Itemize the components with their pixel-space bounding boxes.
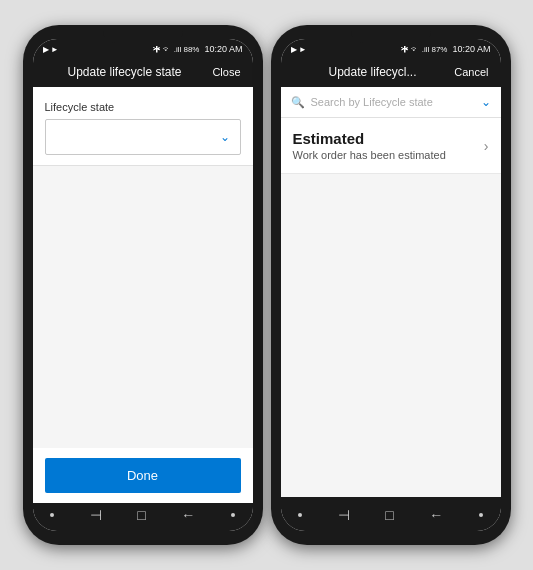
lifecycle-field-label: Lifecycle state — [45, 101, 241, 113]
status-time-left: 10:20 AM — [204, 44, 242, 54]
content-area-left: Lifecycle state ⌄ — [33, 87, 253, 497]
right-phone-screen: ▶ ► ✱ ᯤ .ill 87% 10:20 AM Update lifecyc… — [281, 39, 501, 531]
nav-back-left[interactable]: ← — [181, 507, 195, 523]
cancel-button-right[interactable]: Cancel — [453, 66, 489, 78]
status-right-info: ✱ ᯤ .ill 88% 10:20 AM — [153, 44, 242, 54]
phone-notch-right — [351, 25, 431, 43]
nav-dot-left-right — [298, 513, 302, 517]
content-filler-right — [281, 174, 501, 497]
header-title-right: Update lifecycl... — [293, 65, 453, 79]
status-left-icons-right: ▶ ► — [291, 45, 307, 54]
status-icons-right-right: ✱ ᯤ .ill 87% — [401, 45, 447, 54]
nav-recent-left[interactable]: ⊣ — [90, 507, 102, 523]
lifecycle-dropdown[interactable]: ⌄ — [45, 119, 241, 155]
phone-notch-left — [103, 25, 183, 43]
status-time-right: 10:20 AM — [452, 44, 490, 54]
header-title-left: Update lifecycle state — [45, 65, 205, 79]
done-button[interactable]: Done — [45, 458, 241, 493]
nav-dot-right-right — [479, 513, 483, 517]
nav-recent-right[interactable]: ⊣ — [338, 507, 350, 523]
app-header-left: Update lifecycle state Close — [33, 57, 253, 87]
lifecycle-estimated-item[interactable]: Estimated Work order has been estimated … — [281, 118, 501, 174]
nav-home-right[interactable]: □ — [385, 507, 393, 523]
form-area: Lifecycle state ⌄ — [33, 87, 253, 166]
dropdown-chevron-icon: ⌄ — [220, 130, 230, 144]
nav-back-right[interactable]: ← — [429, 507, 443, 523]
search-placeholder-text: Search by Lifecycle state — [311, 96, 475, 108]
status-icons-right: ✱ ᯤ .ill 88% — [153, 45, 199, 54]
search-chevron-icon[interactable]: ⌄ — [481, 95, 491, 109]
right-phone: ▶ ► ✱ ᯤ .ill 87% 10:20 AM Update lifecyc… — [271, 25, 511, 545]
search-icon: 🔍 — [291, 96, 305, 109]
app-header-right: Update lifecycl... Cancel — [281, 57, 501, 87]
done-button-area: Done — [33, 448, 253, 503]
bottom-nav-right: ⊣ □ ← — [281, 497, 501, 531]
status-left-icons: ▶ ► — [43, 45, 59, 54]
close-button-left[interactable]: Close — [205, 66, 241, 78]
search-bar[interactable]: 🔍 Search by Lifecycle state ⌄ — [281, 87, 501, 118]
status-left-text: ▶ ► — [43, 45, 59, 54]
left-phone: ▶ ► ✱ ᯤ .ill 88% 10:20 AM Update lifecyc… — [23, 25, 263, 545]
lifecycle-item-chevron-icon: › — [484, 138, 489, 154]
nav-dot-right — [231, 513, 235, 517]
nav-dot-left — [50, 513, 54, 517]
nav-home-left[interactable]: □ — [137, 507, 145, 523]
status-right-info-right: ✱ ᯤ .ill 87% 10:20 AM — [401, 44, 490, 54]
lifecycle-item-text: Estimated Work order has been estimated — [293, 130, 446, 161]
left-phone-screen: ▶ ► ✱ ᯤ .ill 88% 10:20 AM Update lifecyc… — [33, 39, 253, 531]
lifecycle-item-title: Estimated — [293, 130, 446, 147]
status-left-text-right: ▶ ► — [291, 45, 307, 54]
lifecycle-item-subtitle: Work order has been estimated — [293, 149, 446, 161]
